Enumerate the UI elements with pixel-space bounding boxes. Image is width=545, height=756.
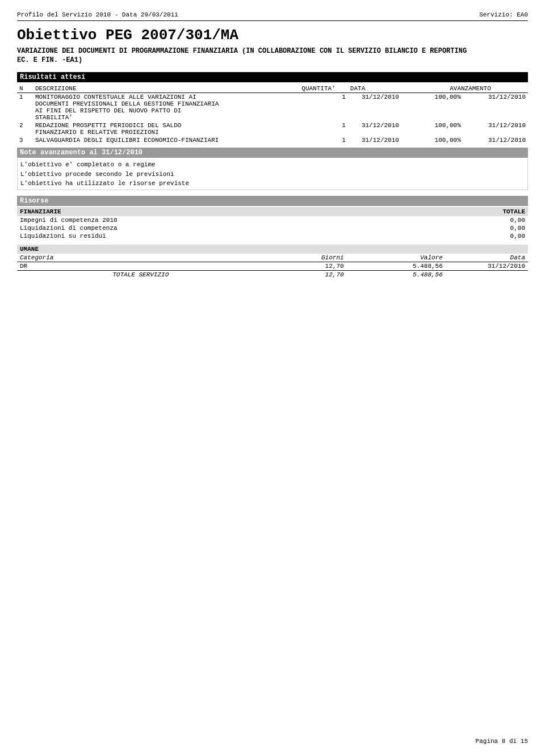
col-header-quantita: QUANTITA'	[299, 85, 348, 93]
finanziarie-row: Liquidazioni su residui 0,00	[17, 232, 528, 240]
row-descrizione: REDAZIONE PROSPETTI PERIODICI DEL SALDO …	[33, 121, 299, 136]
col-header-descrizione: DESCRIZIONE	[33, 85, 299, 93]
umane-totale-valore: 5.488,56	[347, 270, 446, 279]
umane-totale-data	[446, 270, 528, 279]
col-header-avanzamento: AVANZAMENTO	[413, 85, 528, 93]
fin-value: 0,00	[426, 216, 528, 224]
fin-label: Liquidazioni su residui	[17, 232, 426, 240]
row-descrizione: MONITORAGGIO CONTESTUALE ALLE VARIAZIONI…	[33, 93, 299, 122]
note-line: L'obiettivo ha utilizzato le risorse pre…	[20, 179, 525, 188]
umane-valore: 5.488,56	[347, 262, 446, 270]
row-n: 1	[17, 93, 33, 122]
header-right: Servizio: EA0	[479, 11, 528, 18]
sub-subtitle: EC. E FIN. -EA1)	[17, 56, 528, 64]
subtitle: VARIAZIONE DEI DOCUMENTI DI PROGRAMMAZIO…	[17, 47, 528, 55]
finanziarie-row: Liquidazioni di competenza 0,00	[17, 224, 528, 232]
table-row: 1 MONITORAGGIO CONTESTUALE ALLE VARIAZIO…	[17, 93, 528, 122]
umane-totale-label: TOTALE SERVIZIO	[17, 270, 264, 279]
row-data: 31/12/2010	[348, 136, 413, 144]
umane-categoria: DR	[17, 262, 264, 270]
umane-col-categoria: Categoria	[17, 254, 264, 262]
row-avanz-date: 31/12/2010	[463, 121, 528, 136]
finanziarie-table: Impegni di competenza 2010 0,00 Liquidaz…	[17, 216, 528, 240]
umane-col-giorni: Giorni	[264, 254, 346, 262]
table-row: 2 REDAZIONE PROSPETTI PERIODICI DEL SALD…	[17, 121, 528, 136]
row-n: 3	[17, 136, 33, 144]
fin-value: 0,00	[426, 224, 528, 232]
risultati-table: N DESCRIZIONE QUANTITA' DATA AVANZAMENTO…	[17, 85, 528, 144]
page-footer: Pagina 8 di 15	[476, 738, 528, 745]
risorse-header: Risorse	[17, 196, 528, 206]
umane-totale-row: TOTALE SERVIZIO 12,70 5.488,56	[17, 270, 528, 279]
note-line: L'obiettivo procede secondo le prevision…	[20, 170, 525, 179]
row-descrizione: SALVAGUARDIA DEGLI EQUILIBRI ECONOMICO-F…	[33, 136, 299, 144]
col-header-n: N	[17, 85, 33, 93]
fin-label: Liquidazioni di competenza	[17, 224, 426, 232]
umane-row: DR 12,70 5.488,56 31/12/2010	[17, 262, 528, 270]
row-avanz-pct: 100,00%	[413, 121, 463, 136]
umane-col-data: Data	[446, 254, 528, 262]
row-avanz-pct: 100,00%	[413, 93, 463, 122]
risultati-section-header: Risultati attesi	[17, 72, 528, 82]
row-quantita: 1	[299, 136, 348, 144]
table-row: 3 SALVAGUARDIA DEGLI EQUILIBRI ECONOMICO…	[17, 136, 528, 144]
note-line: L'obiettivo e' completato o a regime	[20, 160, 525, 170]
umane-giorni: 12,70	[264, 262, 346, 270]
fin-label: Impegni di competenza 2010	[17, 216, 426, 224]
umane-totale-giorni: 12,70	[264, 270, 346, 279]
fin-value: 0,00	[426, 232, 528, 240]
col-header-data: DATA	[348, 85, 413, 93]
umane-col-valore: Valore	[347, 254, 446, 262]
umane-label: UMANE	[17, 245, 528, 254]
row-avanz-date: 31/12/2010	[463, 93, 528, 122]
note-header: Note avanzamento al 31/12/2010	[17, 148, 528, 158]
row-quantita: 1	[299, 93, 348, 122]
row-quantita: 1	[299, 121, 348, 136]
note-content: L'obiettivo e' completato o a regimeL'ob…	[17, 159, 528, 190]
row-n: 2	[17, 121, 33, 136]
row-avanz-date: 31/12/2010	[463, 136, 528, 144]
header-bar: Profilo del Servizio 2010 - Data 29/03/2…	[17, 11, 528, 21]
row-data: 31/12/2010	[348, 93, 413, 122]
row-avanz-pct: 100,00%	[413, 136, 463, 144]
finanziarie-label: FINANZIARIE TOTALE	[17, 207, 528, 216]
header-left: Profilo del Servizio 2010 - Data 29/03/2…	[17, 11, 178, 18]
finanziarie-row: Impegni di competenza 2010 0,00	[17, 216, 528, 224]
umane-table: Categoria Giorni Valore Data DR 12,70 5.…	[17, 254, 528, 279]
main-title: Obiettivo PEG 2007/301/MA	[17, 27, 528, 44]
row-data: 31/12/2010	[348, 121, 413, 136]
umane-data: 31/12/2010	[446, 262, 528, 270]
